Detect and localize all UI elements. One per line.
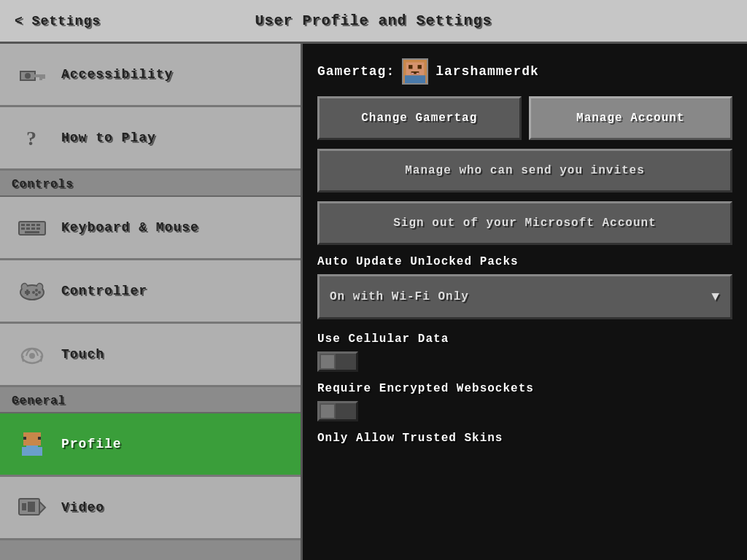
- svg-rect-41: [417, 73, 419, 74]
- sidebar-label-accessibility: Accessibility: [61, 67, 173, 82]
- chevron-down-icon: ▼: [711, 289, 720, 304]
- svg-rect-26: [26, 446, 38, 456]
- manage-account-button[interactable]: Manage Account: [529, 96, 733, 140]
- encrypted-websockets-toggle[interactable]: [317, 401, 358, 421]
- auto-update-dropdown[interactable]: On with Wi-Fi Only ▼: [317, 274, 732, 319]
- sidebar-label-profile: Profile: [61, 437, 122, 451]
- content-panel: Gamertag: larshammerdk Change Gamertag M…: [303, 44, 747, 560]
- svg-rect-15: [25, 231, 39, 233]
- sidebar-item-profile[interactable]: Profile: [0, 413, 301, 477]
- svg-point-19: [35, 289, 38, 292]
- svg-rect-18: [25, 291, 30, 294]
- toggle-knob-cellular: [320, 354, 336, 370]
- account-button-row: Change Gamertag Manage Account: [317, 96, 732, 140]
- svg-rect-32: [22, 503, 26, 510]
- gamertag-label: Gamertag:: [317, 64, 395, 79]
- svg-rect-4: [42, 74, 45, 79]
- toggle-knob-websockets: [320, 403, 336, 419]
- sidebar-label-keyboard-mouse: Keyboard & Mouse: [61, 220, 199, 235]
- svg-rect-13: [31, 228, 35, 230]
- sidebar-item-keyboard-mouse[interactable]: Keyboard & Mouse: [0, 197, 301, 260]
- svg-rect-7: [21, 224, 25, 226]
- svg-rect-30: [38, 437, 41, 440]
- sidebar: Accessibility ? How to Play Controls: [0, 44, 303, 560]
- change-gamertag-button[interactable]: Change Gamertag: [317, 96, 522, 140]
- svg-point-20: [38, 291, 41, 294]
- section-header-controls: Controls: [0, 171, 301, 197]
- cellular-data-toggle[interactable]: [317, 351, 358, 372]
- keyboard-icon: [15, 210, 50, 245]
- profile-icon: [15, 427, 50, 462]
- manage-invites-button[interactable]: Manage who can send you invites: [317, 149, 732, 192]
- svg-rect-8: [26, 224, 30, 226]
- auto-update-label: Auto Update Unlocked Packs: [317, 255, 732, 268]
- svg-rect-42: [405, 75, 425, 83]
- svg-rect-3: [39, 74, 42, 80]
- svg-rect-9: [31, 224, 35, 226]
- svg-point-21: [32, 291, 35, 294]
- page-title: User Profile and Settings: [255, 12, 492, 29]
- svg-rect-27: [22, 447, 26, 456]
- svg-rect-37: [409, 65, 412, 69]
- back-button[interactable]: < Settings: [15, 14, 101, 28]
- key-icon: [15, 57, 50, 92]
- trusted-skins-label: Only Allow Trusted Skins: [317, 432, 732, 445]
- cellular-data-label: Use Cellular Data: [317, 332, 732, 346]
- question-icon: ?: [15, 120, 50, 155]
- gamertag-name: larshammerdk: [436, 64, 539, 79]
- sidebar-item-video[interactable]: Video: [0, 477, 301, 540]
- svg-text:?: ?: [26, 127, 36, 149]
- sidebar-item-accessibility[interactable]: Accessibility: [0, 44, 301, 107]
- back-label: < Settings: [15, 14, 101, 28]
- auto-update-dropdown-container[interactable]: On with Wi-Fi Only ▼: [317, 274, 732, 319]
- svg-rect-10: [36, 224, 40, 226]
- sidebar-label-video: Video: [61, 500, 104, 515]
- svg-rect-33: [28, 502, 35, 512]
- sidebar-item-touch[interactable]: Touch: [0, 324, 301, 387]
- svg-rect-14: [36, 228, 40, 230]
- touch-icon: [15, 337, 50, 372]
- sidebar-label-touch: Touch: [61, 347, 104, 362]
- video-icon: [15, 490, 50, 525]
- encrypted-websockets-toggle-row: [317, 401, 732, 421]
- svg-rect-28: [38, 447, 42, 456]
- gamertag-row: Gamertag: larshammerdk: [317, 58, 732, 85]
- svg-point-24: [29, 353, 35, 359]
- svg-rect-38: [418, 65, 422, 69]
- sidebar-item-controller[interactable]: Controller: [0, 260, 301, 324]
- section-header-general: General: [0, 387, 301, 413]
- svg-rect-12: [26, 228, 30, 230]
- controller-icon: [15, 273, 50, 308]
- svg-rect-11: [21, 228, 25, 230]
- top-bar: < Settings User Profile and Settings: [0, 0, 747, 44]
- svg-point-22: [35, 293, 38, 296]
- avatar: [402, 58, 428, 85]
- main-layout: Accessibility ? How to Play Controls: [0, 44, 747, 560]
- encrypted-websockets-label: Require Encrypted Websockets: [317, 382, 732, 395]
- svg-rect-40: [411, 73, 414, 74]
- svg-point-1: [25, 73, 31, 79]
- svg-marker-34: [39, 502, 45, 513]
- sidebar-label-how-to-play: How to Play: [61, 131, 156, 145]
- cellular-data-toggle-row: [317, 351, 732, 372]
- auto-update-value: On with Wi-Fi Only: [330, 290, 469, 303]
- sidebar-label-controller: Controller: [61, 284, 147, 298]
- sign-out-button[interactable]: Sign out of your Microsoft Account: [317, 201, 732, 245]
- svg-rect-29: [23, 437, 26, 440]
- sidebar-item-how-to-play[interactable]: ? How to Play: [0, 107, 301, 171]
